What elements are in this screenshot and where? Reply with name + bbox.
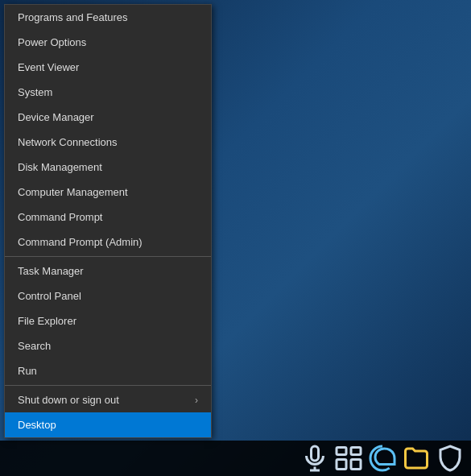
menu-item-label-system: System xyxy=(18,86,52,98)
menu-item-label-run: Run xyxy=(18,365,37,377)
menu-item-power-options[interactable]: Power Options xyxy=(5,30,211,55)
menu-item-label-device-manager: Device Manager xyxy=(18,111,94,123)
menu-item-device-manager[interactable]: Device Manager xyxy=(5,105,211,130)
context-menu: Programs and FeaturesPower OptionsEvent … xyxy=(4,4,212,438)
menu-item-label-computer-management: Computer Management xyxy=(18,186,128,198)
menu-item-file-explorer[interactable]: File Explorer xyxy=(5,308,211,333)
svg-rect-6 xyxy=(351,460,361,470)
menu-item-control-panel[interactable]: Control Panel xyxy=(5,284,211,308)
menu-divider xyxy=(5,385,211,386)
menu-item-label-command-prompt-admin: Command Prompt (Admin) xyxy=(18,236,143,248)
menu-item-event-viewer[interactable]: Event Viewer xyxy=(5,55,211,80)
menu-item-shut-down[interactable]: Shut down or sign out› xyxy=(5,387,211,412)
svg-rect-0 xyxy=(312,446,319,461)
menu-item-label-power-options: Power Options xyxy=(18,36,86,48)
menu-item-label-programs-features: Programs and Features xyxy=(18,11,128,23)
menu-item-label-network-connections: Network Connections xyxy=(18,136,118,148)
file-explorer-icon[interactable] xyxy=(402,444,431,473)
shield-icon[interactable] xyxy=(436,444,465,473)
menu-item-run[interactable]: Run xyxy=(5,358,211,383)
svg-rect-5 xyxy=(337,460,346,470)
task-view-icon[interactable] xyxy=(334,444,363,473)
menu-item-programs-features[interactable]: Programs and Features xyxy=(5,5,211,30)
svg-rect-3 xyxy=(337,448,346,455)
menu-item-label-event-viewer: Event Viewer xyxy=(18,61,79,73)
chevron-right-icon: › xyxy=(195,395,198,406)
microphone-icon[interactable] xyxy=(300,444,329,473)
menu-item-label-disk-management: Disk Management xyxy=(18,161,102,173)
menu-item-label-command-prompt: Command Prompt xyxy=(18,211,102,223)
menu-item-computer-management[interactable]: Computer Management xyxy=(5,180,211,205)
menu-item-network-connections[interactable]: Network Connections xyxy=(5,130,211,155)
menu-item-label-shut-down: Shut down or sign out xyxy=(18,394,119,406)
menu-item-label-file-explorer: File Explorer xyxy=(18,315,76,327)
menu-item-label-task-manager: Task Manager xyxy=(18,265,84,277)
taskbar xyxy=(0,441,471,476)
svg-rect-4 xyxy=(351,448,361,455)
menu-item-task-manager[interactable]: Task Manager xyxy=(5,259,211,284)
menu-item-search[interactable]: Search xyxy=(5,333,211,358)
menu-item-label-desktop: Desktop xyxy=(18,419,56,431)
menu-item-desktop[interactable]: Desktop xyxy=(5,412,211,437)
edge-icon[interactable] xyxy=(368,444,397,473)
menu-divider xyxy=(5,256,211,257)
menu-item-label-search: Search xyxy=(18,340,51,352)
menu-item-label-control-panel: Control Panel xyxy=(18,290,81,302)
menu-item-disk-management[interactable]: Disk Management xyxy=(5,155,211,180)
menu-item-system[interactable]: System xyxy=(5,80,211,105)
menu-item-command-prompt-admin[interactable]: Command Prompt (Admin) xyxy=(5,230,211,255)
menu-item-command-prompt[interactable]: Command Prompt xyxy=(5,205,211,230)
